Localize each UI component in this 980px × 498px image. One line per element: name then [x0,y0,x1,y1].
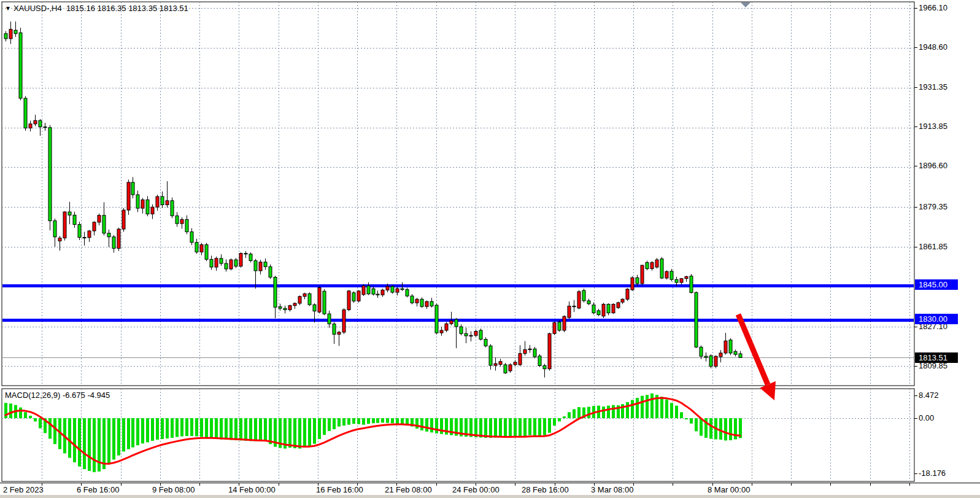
ohlc-high: 1816.35 [98,4,126,13]
price-axis-label: 1861.85 [919,242,947,252]
price-axis-label: 1896.60 [919,161,947,171]
price-axis-label: 1948.60 [919,42,947,52]
window-bottom-strip [0,495,980,498]
price-axis-label: 1931.35 [919,82,947,92]
price-badge-level-1845: 1845.00 [915,279,958,290]
macd-indicator-label: MACD(12,26,9) -6.675 -4.945 [5,391,110,400]
price-axis-label: 1879.35 [919,202,947,212]
chart-canvas[interactable] [0,0,980,498]
macd-signal-value: -4.945 [87,391,110,400]
time-axis-label: 21 Feb 08:00 [385,485,432,494]
price-axis-label: 1913.85 [919,122,947,131]
time-axis-label: 24 Feb 00:00 [452,485,500,494]
time-axis-label: 28 Feb 16:00 [522,485,569,494]
time-axis-label: 9 Feb 08:00 [152,485,195,494]
symbol-header: ▼XAUUSD-,H4 1815.16 1816.35 1813.35 1813… [5,4,188,13]
chart-window: ▼XAUUSD-,H4 1815.16 1816.35 1813.35 1813… [0,0,980,498]
macd-axis-label: 8.472 [919,391,939,400]
main-pane[interactable] [2,2,914,386]
macd-axis-label: -18.176 [919,469,946,478]
price-axis-label: 1966.10 [919,3,947,13]
ohlc-close: 1813.51 [160,4,188,13]
time-axis-label: 16 Feb 16:00 [316,485,363,494]
time-axis-label: 6 Feb 16:00 [77,485,119,494]
macd-value: -6.675 [63,391,85,400]
dropdown-triangle-icon: ▼ [5,5,11,12]
time-axis-label: 14 Feb 00:00 [228,485,276,494]
time-axis-label: 2 Feb 2023 [3,485,44,494]
symbol-timeframe-label: XAUUSD-,H4 [14,4,62,13]
level-line-1845[interactable] [2,284,914,287]
price-badge-level-1830: 1830.00 [915,314,958,324]
ohlc-open: 1815.16 [66,4,95,13]
current-price-badge: 1813.51 [915,352,958,363]
time-axis-label: 8 Mar 00:00 [708,485,750,494]
time-axis-label: 3 Mar 08:00 [591,485,633,494]
macd-axis-label: 0.00 [919,413,934,423]
ohlc-low: 1813.35 [128,4,157,13]
